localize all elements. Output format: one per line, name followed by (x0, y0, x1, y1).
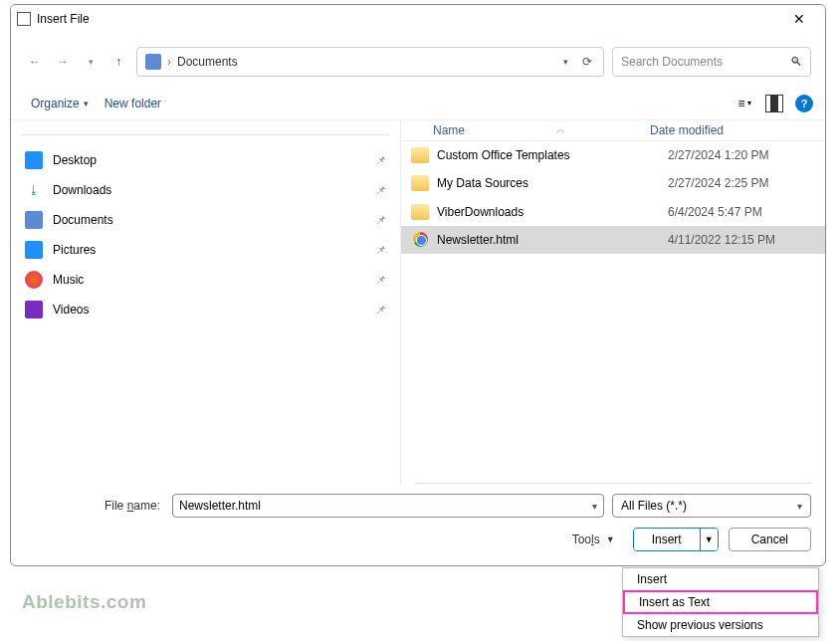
file-date-cell: 2/27/2024 1:20 PM (668, 148, 768, 162)
breadcrumb-current[interactable]: Documents (177, 55, 238, 69)
file-name-input[interactable]: Newsletter.html ▾ (172, 494, 604, 518)
tools-label: Tools (572, 533, 600, 546)
nav-forward-button[interactable]: → (53, 52, 73, 72)
new-folder-button[interactable]: New folder (97, 93, 169, 114)
sidebar-item-label: Documents (53, 213, 375, 227)
organize-label: Organize (31, 97, 80, 110)
preview-pane-button[interactable] (765, 95, 783, 112)
file-row-folder[interactable]: My Data Sources 2/27/2024 2:25 PM (401, 169, 825, 197)
sidebar-item-label: Videos (53, 303, 375, 317)
column-header-name[interactable]: Name (411, 123, 650, 137)
sidebar-item-label: Pictures (53, 243, 375, 257)
insert-dropdown-button[interactable]: ▼ (700, 529, 718, 550)
view-mode-button[interactable]: ≡ ▾ (735, 95, 753, 112)
file-date-cell: 2/27/2024 2:25 PM (668, 176, 768, 190)
navigation-sidebar: Desktop 📌︎ ⭳ Downloads 📌︎ Documents 📌︎ P… (11, 120, 401, 484)
file-row-html[interactable]: Newsletter.html 4/11/2022 12:15 PM (401, 226, 825, 254)
window-title: Insert File (37, 12, 779, 26)
arrow-up-icon: ↑ (115, 55, 121, 69)
sidebar-item-downloads[interactable]: ⭳ Downloads 📌︎ (21, 175, 390, 205)
music-icon (25, 271, 43, 289)
insert-button[interactable]: Insert (634, 529, 700, 550)
file-name-label: File name: (25, 499, 164, 513)
navigation-row: ← → ▾ ↑ › Documents ▾ ⟳ Search Documents… (11, 33, 825, 83)
help-icon: ? (801, 98, 808, 109)
insert-split-button: Insert ▼ (633, 528, 719, 551)
window-app-icon (17, 12, 31, 26)
sort-ascending-icon: ︿ (556, 123, 565, 136)
titlebar: Insert File ✕ (11, 5, 825, 33)
watermark: Ablebits.com (22, 591, 146, 613)
file-name-cell: Custom Office Templates (437, 148, 668, 162)
watermark-brand: Ablebits (22, 591, 101, 612)
search-input[interactable]: Search Documents 🔍︎ (612, 47, 811, 77)
nav-recent-button[interactable]: ▾ (81, 52, 101, 72)
sidebar-item-pictures[interactable]: Pictures 📌︎ (21, 235, 390, 265)
nav-back-button[interactable]: ← (25, 52, 45, 72)
file-row-folder[interactable]: Custom Office Templates 2/27/2024 1:20 P… (401, 141, 825, 169)
file-name-cell: ViberDownloads (437, 205, 668, 219)
html-file-icon (411, 232, 429, 248)
pictures-icon (25, 241, 43, 259)
videos-icon (25, 301, 43, 319)
breadcrumb-separator-icon: › (167, 55, 171, 69)
chevron-down-icon: ▾ (89, 57, 94, 67)
tools-button[interactable]: Tools ▼ (564, 529, 623, 550)
file-type-filter[interactable]: All Files (*.*) ▾ (612, 494, 811, 518)
pin-icon: 📌︎ (375, 154, 386, 166)
new-folder-label: New folder (105, 97, 161, 110)
sidebar-item-label: Music (53, 273, 375, 287)
sidebar-item-label: Desktop (53, 153, 375, 167)
button-row: Tools ▼ Insert ▼ Cancel (25, 528, 811, 551)
help-button[interactable]: ? (795, 95, 813, 112)
dropdown-item-show-previous-versions[interactable]: Show previous versions (623, 614, 818, 636)
chevron-down-icon: ▾ (797, 501, 802, 512)
address-bar[interactable]: › Documents ▾ ⟳ (136, 47, 604, 77)
sidebar-item-documents[interactable]: Documents 📌︎ (21, 205, 390, 235)
pin-icon: 📌︎ (375, 304, 386, 316)
column-header-date[interactable]: Date modified (650, 123, 815, 137)
command-toolbar: Organize ▾ New folder ≡ ▾ ? (11, 87, 825, 120)
arrow-right-icon: → (57, 55, 69, 69)
refresh-button[interactable]: ⟳ (579, 54, 595, 70)
dropdown-item-insert[interactable]: Insert (623, 568, 818, 590)
documents-icon (25, 211, 43, 229)
column-headers: Name ︿ Date modified (401, 120, 825, 141)
list-view-icon: ≡ (737, 97, 744, 110)
chevron-down-icon: ▼ (606, 534, 615, 544)
file-name-history-button[interactable]: ▾ (592, 501, 597, 512)
sidebar-item-desktop[interactable]: Desktop 📌︎ (21, 145, 390, 175)
sidebar-item-label: Downloads (53, 183, 375, 197)
search-icon: 🔍︎ (790, 55, 802, 69)
file-type-value: All Files (*.*) (621, 499, 797, 513)
folder-icon (411, 147, 429, 163)
close-icon: ✕ (793, 11, 805, 27)
file-name-cell: My Data Sources (437, 176, 668, 190)
dialog-footer: File name: Newsletter.html ▾ All Files (… (11, 484, 825, 565)
watermark-suffix: .com (101, 591, 146, 612)
pin-icon: 📌︎ (375, 214, 386, 226)
arrow-left-icon: ← (29, 55, 41, 69)
cancel-button[interactable]: Cancel (729, 528, 811, 551)
address-history-button[interactable]: ▾ (557, 54, 573, 70)
sidebar-item-videos[interactable]: Videos 📌︎ (21, 295, 390, 324)
window-close-button[interactable]: ✕ (779, 7, 819, 31)
refresh-icon: ⟳ (582, 55, 592, 69)
documents-icon (145, 54, 161, 70)
nav-up-button[interactable]: ↑ (108, 52, 128, 72)
pin-icon: 📌︎ (375, 244, 386, 256)
file-row-folder[interactable]: ViberDownloads 6/4/2024 5:47 PM (401, 197, 825, 225)
organize-button[interactable]: Organize ▾ (23, 93, 97, 114)
dropdown-item-insert-as-text[interactable]: Insert as Text (623, 590, 818, 614)
sidebar-item-music[interactable]: Music 📌︎ (21, 265, 390, 295)
pin-icon: 📌︎ (375, 274, 386, 286)
sidebar-separator (21, 134, 390, 135)
file-date-cell: 4/11/2022 12:15 PM (668, 233, 775, 247)
chevron-down-icon: ▾ (747, 99, 751, 107)
downloads-icon: ⭳ (25, 181, 43, 199)
file-name-cell: Newsletter.html (437, 233, 668, 247)
insert-file-dialog: Insert File ✕ ← → ▾ ↑ › Documents ▾ ⟳ Se… (10, 4, 826, 566)
file-date-cell: 6/4/2024 5:47 PM (668, 205, 762, 219)
folder-icon (411, 204, 429, 220)
search-placeholder: Search Documents (621, 55, 790, 69)
